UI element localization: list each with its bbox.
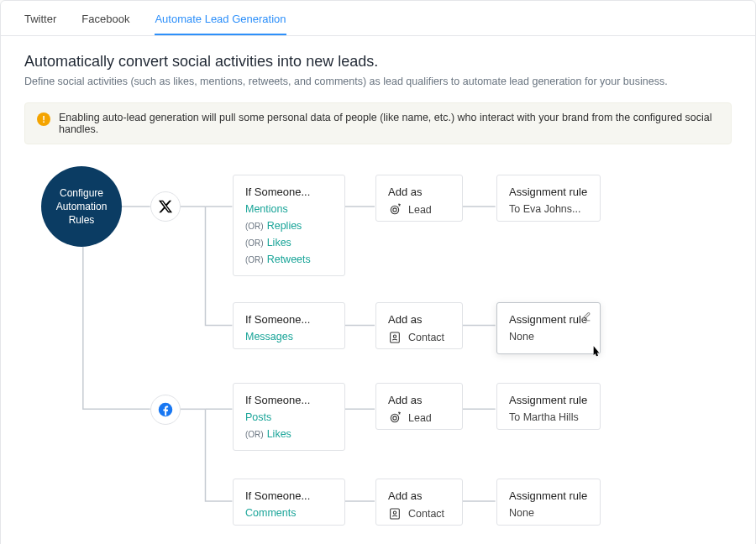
privacy-alert: ! Enabling auto-lead generation will pul… (24, 102, 732, 144)
page-title: Automatically convert social activities … (24, 53, 732, 71)
trigger-label: If Someone... (245, 313, 333, 326)
tab-bar: Twitter Facebook Automate Lead Generatio… (1, 1, 755, 36)
edit-icon[interactable] (580, 311, 591, 325)
assign-label: Assignment rule (509, 313, 588, 326)
twitter-icon (150, 191, 181, 222)
warning-icon: ! (37, 112, 50, 126)
trigger-value: Likes (267, 237, 291, 248)
assign-value: None (509, 331, 588, 343)
trigger-value: Retweets (267, 254, 311, 265)
assign-value: None (509, 507, 588, 519)
assign-card-facebook-2[interactable]: Assignment rule None (496, 479, 601, 526)
trigger-label: If Someone... (245, 394, 333, 406)
svg-point-4 (393, 335, 396, 337)
tab-twitter[interactable]: Twitter (24, 1, 56, 35)
trigger-card-twitter-2[interactable]: If Someone... Messages (233, 302, 345, 349)
facebook-icon (150, 395, 181, 425)
assign-card-twitter-2[interactable]: Assignment rule None (496, 302, 601, 354)
contact-icon (388, 331, 402, 344)
tab-facebook[interactable]: Facebook (81, 1, 129, 35)
trigger-label: If Someone... (245, 186, 333, 198)
assign-value: To Martha Hills (509, 411, 588, 423)
or-label: (OR) (245, 255, 264, 264)
alert-text: Enabling auto-lead generation will pull … (59, 112, 719, 135)
addas-card-twitter-1[interactable]: Add as Lead (375, 175, 463, 222)
page-content: Automatically convert social activities … (1, 36, 755, 544)
trigger-value: Replies (267, 220, 302, 232)
addas-label: Add as (388, 489, 450, 502)
trigger-card-twitter-1[interactable]: If Someone... Mentions (OR)Replies (OR)L… (233, 175, 345, 276)
addas-value: Lead (408, 412, 432, 424)
addas-label: Add as (388, 313, 450, 326)
trigger-value: Mentions (245, 203, 333, 215)
assign-label: Assignment rule (509, 489, 588, 502)
trigger-value: Messages (245, 331, 333, 343)
addas-label: Add as (388, 186, 450, 198)
svg-point-1 (391, 206, 398, 213)
trigger-card-facebook-1[interactable]: If Someone... Posts (OR)Likes (233, 383, 345, 451)
addas-label: Add as (388, 394, 450, 406)
svg-point-5 (391, 414, 398, 421)
svg-point-8 (393, 511, 396, 514)
addas-card-facebook-1[interactable]: Add as Lead (375, 383, 463, 430)
assign-label: Assignment rule (509, 186, 588, 198)
addas-card-twitter-2[interactable]: Add as Contact (375, 302, 463, 349)
settings-page: Twitter Facebook Automate Lead Generatio… (0, 0, 756, 544)
addas-value: Contact (408, 508, 444, 520)
addas-value: Lead (408, 204, 432, 216)
lead-icon (388, 411, 402, 425)
assign-label: Assignment rule (509, 394, 588, 406)
addas-value: Contact (408, 332, 444, 343)
trigger-card-facebook-2[interactable]: If Someone... Comments (233, 479, 345, 526)
tab-automate-lead-generation[interactable]: Automate Lead Generation (155, 1, 286, 35)
cursor-pointer-icon (590, 345, 603, 358)
svg-point-2 (393, 208, 396, 212)
assign-value: To Eva Johns... (509, 203, 588, 215)
lead-icon (388, 203, 402, 217)
trigger-value: Posts (245, 411, 333, 423)
or-label: (OR) (245, 430, 264, 439)
assign-card-twitter-1[interactable]: Assignment rule To Eva Johns... (496, 175, 601, 222)
root-node: Configure Automation Rules (41, 166, 122, 247)
or-label: (OR) (245, 238, 264, 248)
rules-diagram: Configure Automation Rules If Someone...… (24, 166, 732, 536)
svg-point-6 (393, 416, 396, 420)
assign-card-facebook-1[interactable]: Assignment rule To Martha Hills (496, 383, 601, 430)
trigger-value: Likes (267, 428, 291, 440)
trigger-value: Comments (245, 507, 333, 519)
page-subtitle: Define social activities (such as likes,… (24, 76, 732, 87)
contact-icon (388, 507, 402, 520)
trigger-label: If Someone... (245, 489, 333, 502)
or-label: (OR) (245, 222, 264, 231)
addas-card-facebook-2[interactable]: Add as Contact (375, 479, 463, 526)
